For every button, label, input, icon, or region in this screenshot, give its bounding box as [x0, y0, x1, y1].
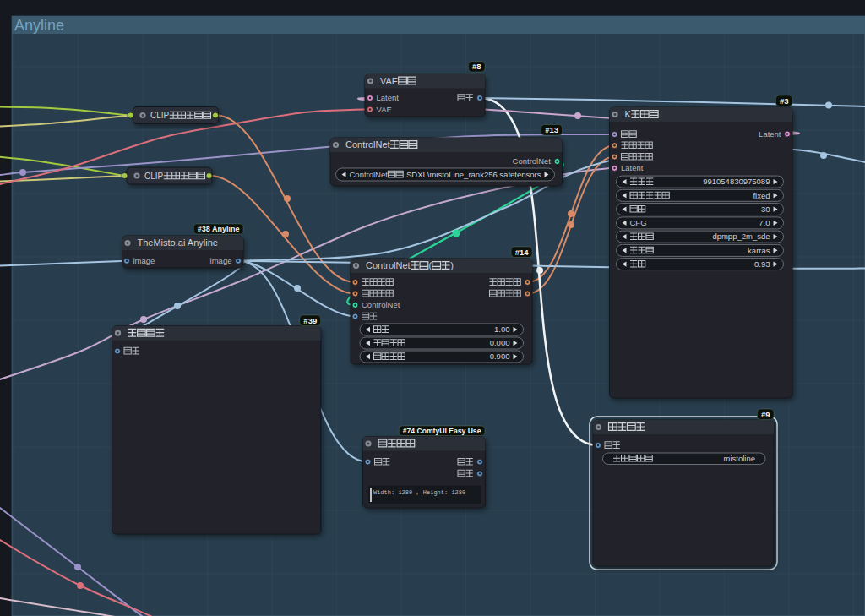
- svg-text:SDXL\mistoLine_rank256.safeten: SDXL\mistoLine_rank256.safetensors: [406, 170, 541, 179]
- svg-text:#3: #3: [780, 96, 789, 106]
- svg-text:image: image: [133, 256, 155, 265]
- svg-text:#13: #13: [545, 125, 558, 134]
- svg-text:#39: #39: [303, 316, 317, 325]
- svg-text:0.000: 0.000: [490, 338, 510, 347]
- svg-text:30: 30: [761, 204, 770, 214]
- svg-text:TheMisto.ai Anyline: TheMisto.ai Anyline: [138, 237, 218, 248]
- svg-text:karras: karras: [748, 246, 770, 255]
- svg-text:VAE: VAE: [377, 105, 392, 114]
- svg-text:#74 ComfyUI Easy Use: #74 ComfyUI Easy Use: [403, 427, 481, 435]
- svg-text:K: K: [625, 109, 632, 119]
- svg-text:ControlNet: ControlNet: [513, 156, 552, 166]
- svg-text:ControlNet: ControlNet: [350, 170, 389, 179]
- svg-text:(: (: [429, 260, 432, 270]
- svg-text:fixed: fixed: [753, 191, 770, 200]
- svg-text:#14: #14: [515, 248, 530, 257]
- svg-text:0.900: 0.900: [490, 352, 510, 361]
- svg-text:): ): [450, 260, 454, 270]
- svg-text:CFG: CFG: [630, 218, 647, 227]
- svg-text:Latent: Latent: [759, 129, 781, 139]
- svg-text:mistoline: mistoline: [724, 454, 756, 463]
- svg-text:1.00: 1.00: [494, 324, 510, 334]
- svg-text:#38 Anyline: #38 Anyline: [198, 225, 240, 233]
- svg-text:Anyline: Anyline: [14, 17, 64, 34]
- svg-text:#9: #9: [761, 410, 770, 419]
- svg-text:Width: 1280 , Height: 1280: Width: 1280 , Height: 1280: [373, 489, 465, 496]
- svg-text:image: image: [210, 256, 232, 265]
- svg-text:ControlNet: ControlNet: [366, 260, 411, 270]
- svg-text:0.93: 0.93: [754, 259, 770, 269]
- svg-text:991054830975089: 991054830975089: [703, 177, 770, 186]
- svg-text:ControlNet: ControlNet: [362, 300, 400, 309]
- svg-text:dpmpp_2m_sde: dpmpp_2m_sde: [712, 232, 770, 241]
- svg-text:Latent: Latent: [377, 93, 400, 102]
- svg-text:Latent: Latent: [621, 163, 644, 172]
- svg-text:CLIP: CLIP: [144, 172, 164, 181]
- svg-text:7.0: 7.0: [759, 218, 770, 227]
- svg-text:VAE: VAE: [380, 76, 398, 86]
- svg-text:#8: #8: [472, 62, 481, 71]
- svg-text:ControlNet: ControlNet: [345, 139, 390, 150]
- svg-text:CLIP: CLIP: [150, 111, 170, 120]
